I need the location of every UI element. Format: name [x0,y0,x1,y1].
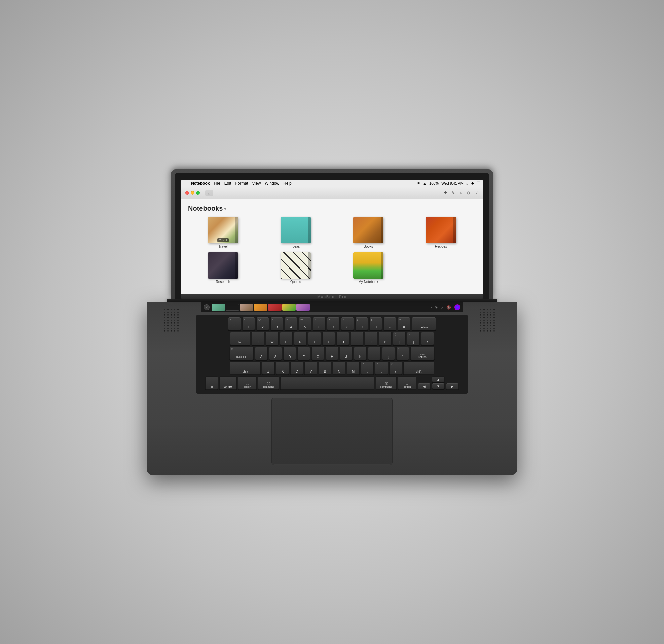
key-3[interactable]: #3 [270,317,283,330]
touch-bar-thumb-7[interactable] [296,304,310,310]
touch-bar-siri-button[interactable] [454,304,460,310]
key-2[interactable]: @2 [256,317,269,330]
touch-bar-thumb-5[interactable] [268,304,282,310]
key-s[interactable]: S [269,346,282,360]
key-n[interactable]: N [333,361,346,375]
touch-bar-thumb-2[interactable] [226,304,239,310]
touch-bar-thumb-1[interactable] [212,304,225,310]
key-minus[interactable]: _- [383,317,396,330]
key-y[interactable]: Y [322,332,335,345]
key-fn[interactable]: fn [205,376,218,390]
key-4[interactable]: $4 [285,317,297,330]
key-shift-right[interactable]: shift [403,361,434,375]
key-capslock[interactable]: caps lock [229,346,254,360]
key-f[interactable]: F [297,346,310,360]
key-v[interactable]: V [305,361,317,375]
key-9[interactable]: (9 [355,317,368,330]
touch-bar-thumb-3[interactable] [240,304,253,310]
key-arrow-left[interactable]: ◀ [418,383,431,390]
key-c[interactable]: C [290,361,303,375]
menu-view[interactable]: View [252,181,261,186]
key-q[interactable]: Q [252,332,264,345]
list-item[interactable]: Research [188,253,258,284]
touch-bar-thumb-4[interactable] [254,304,267,310]
key-l[interactable]: L [368,346,381,360]
key-arrow-up[interactable]: ▲ [432,376,445,382]
key-w[interactable]: W [266,332,278,345]
list-item[interactable]: Ideas [261,217,331,248]
key-option-right[interactable]: alt option [398,376,416,390]
maximize-button[interactable] [196,191,200,195]
key-delete[interactable]: delete [412,317,436,330]
key-r[interactable]: R [294,332,307,345]
control-center-icon[interactable]: ☰ [477,181,480,185]
key-o[interactable]: O [365,332,377,345]
menu-format[interactable]: Format [235,181,248,186]
key-arrow-down[interactable]: ▼ [432,383,445,389]
touch-bar-mute-icon[interactable]: 🔇 [447,305,451,309]
key-b[interactable]: B [318,361,331,375]
key-arrow-right[interactable]: ▶ [446,383,459,390]
camera-icon[interactable]: ⊙ [466,190,470,196]
key-m[interactable]: M [347,361,359,375]
list-item[interactable]: My Notebook [333,253,403,284]
mic-icon[interactable]: ♪ [460,190,462,196]
list-item[interactable]: Quotes [261,253,331,284]
key-control[interactable]: control [219,376,237,390]
notebooks-dropdown-arrow[interactable]: ▾ [224,206,226,211]
key-0[interactable]: )0 [369,317,382,330]
key-6[interactable]: ^6 [313,317,326,330]
key-7[interactable]: &7 [327,317,340,330]
touch-bar-chevron-left[interactable]: ‹ [431,305,433,309]
key-option-left[interactable]: alt option [238,376,257,390]
key-command-left[interactable]: ⌘ command [258,376,279,390]
key-quote[interactable]: "' [396,346,409,360]
key-1[interactable]: !1 [242,317,255,330]
key-semicolon[interactable]: :; [382,346,395,360]
add-button[interactable]: + [444,189,448,197]
key-h[interactable]: H [326,346,338,360]
trackpad[interactable] [271,398,393,465]
touch-bar-brightness-icon[interactable]: ☀ [435,305,438,309]
key-d[interactable]: D [283,346,296,360]
key-slash[interactable]: ?/ [389,361,402,375]
search-icon[interactable]: ⌕ [205,190,213,196]
key-bracket-left[interactable]: {[ [393,332,406,345]
menu-edit[interactable]: Edit [224,181,231,186]
key-tab[interactable]: tab [230,332,250,345]
key-x[interactable]: X [276,361,289,375]
key-shift-left[interactable]: shift [230,361,261,375]
siri-icon[interactable]: ◆ [471,181,474,185]
menu-help[interactable]: Help [283,181,292,186]
key-j[interactable]: J [340,346,353,360]
key-e[interactable]: E [280,332,293,345]
key-bracket-right[interactable]: }] [407,332,420,345]
menu-window[interactable]: Window [265,181,279,186]
key-a[interactable]: A [255,346,268,360]
minimize-button[interactable] [191,191,194,195]
key-backslash[interactable]: |\ [421,332,434,345]
menu-file[interactable]: File [213,181,220,186]
key-equals[interactable]: += [398,317,410,330]
search-icon[interactable]: ⌕ [466,181,469,185]
key-i[interactable]: I [351,332,363,345]
key-period[interactable]: >. [375,361,388,375]
key-8[interactable]: *8 [341,317,354,330]
key-u[interactable]: U [336,332,349,345]
close-button[interactable] [185,191,189,195]
key-space[interactable] [280,376,374,390]
list-item[interactable]: Books [333,217,403,248]
key-comma[interactable]: <, [361,361,374,375]
edit-icon[interactable]: ✎ [451,190,455,196]
touch-bar-thumb-6[interactable] [282,304,296,310]
touch-bar-close[interactable]: ✕ [204,304,210,310]
key-5[interactable]: %5 [299,317,311,330]
key-backtick[interactable]: ~` [228,317,241,330]
key-z[interactable]: Z [262,361,275,375]
key-return[interactable]: enter return [410,346,435,360]
list-item[interactable]: Travel Travel [188,217,258,248]
list-item[interactable]: Recipes [406,217,476,248]
key-g[interactable]: G [311,346,324,360]
key-k[interactable]: K [354,346,367,360]
key-t[interactable]: T [308,332,321,345]
